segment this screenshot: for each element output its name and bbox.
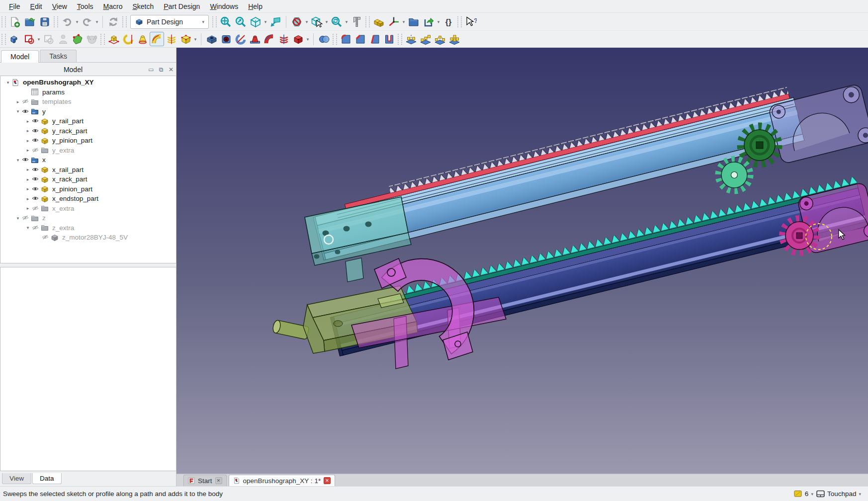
eye-icon[interactable] [31, 137, 41, 144]
eye-slash-icon[interactable] [41, 234, 51, 241]
menu-edit[interactable]: Edit [25, 1, 47, 12]
expander-closed-icon[interactable]: ▸ [24, 128, 31, 133]
align-to-view-button[interactable] [268, 14, 283, 29]
menu-part-design[interactable]: Part Design [159, 1, 205, 12]
expander-closed-icon[interactable]: ▸ [24, 138, 31, 143]
tree-item-y-extra[interactable]: ▸ y_extra [0, 146, 176, 156]
expander-closed-icon[interactable]: ▸ [24, 196, 31, 201]
eye-slash-icon[interactable] [21, 98, 31, 105]
additive-pipe-button[interactable] [150, 32, 164, 46]
chamfer-button[interactable] [353, 32, 367, 46]
menu-file[interactable]: File [4, 1, 25, 12]
eye-slash-icon[interactable] [31, 205, 41, 212]
tab-view[interactable]: View [2, 473, 31, 484]
toolbar-grip[interactable] [457, 16, 462, 27]
tree-item-params[interactable]: params [0, 87, 176, 97]
close-tab-icon[interactable]: ✕ [324, 477, 331, 484]
expander-closed-icon[interactable]: ▸ [24, 177, 31, 182]
fit-all-button[interactable] [218, 14, 233, 29]
group-button[interactable] [406, 14, 421, 29]
draw-style-dropdown[interactable]: ▾ [304, 19, 309, 24]
expander-closed-icon[interactable]: ▸ [24, 186, 31, 191]
eye-icon[interactable] [31, 117, 41, 125]
close-tab-icon[interactable]: ✕ [215, 477, 222, 484]
additive-loft-button[interactable] [135, 32, 150, 46]
fillet-button[interactable] [339, 32, 353, 46]
groove-button[interactable] [233, 32, 248, 46]
tree-item-x-endstop[interactable]: ▸ x_endstop_part [0, 194, 176, 204]
undo-dropdown[interactable]: ▾ [75, 19, 80, 24]
expander-open-icon[interactable]: ▾ [24, 225, 31, 230]
eye-icon[interactable] [21, 156, 31, 164]
property-panel[interactable] [0, 267, 176, 471]
tree-item-x[interactable]: ▾ x [0, 155, 176, 165]
save-document-button[interactable] [37, 14, 52, 29]
axonometric-view-button[interactable] [248, 14, 263, 29]
leave-sketch-button[interactable] [56, 32, 70, 46]
measure-button[interactable] [349, 14, 364, 29]
placement-button[interactable] [386, 14, 401, 29]
redo-dropdown[interactable]: ▾ [94, 19, 99, 24]
additive-primitive-button[interactable] [178, 32, 193, 46]
eye-icon[interactable] [31, 175, 41, 183]
export-button[interactable] [421, 14, 436, 29]
additive-primitive-dropdown[interactable]: ▾ [193, 37, 198, 42]
open-document-button[interactable] [22, 14, 37, 29]
draw-style-button[interactable] [289, 14, 304, 29]
tree-item-z[interactable]: ▾ z [0, 213, 176, 223]
whats-this-button[interactable]: ? [463, 14, 478, 29]
expander-closed-icon[interactable]: ▸ [24, 119, 31, 124]
map-sketch-button[interactable] [85, 32, 99, 46]
workbench-selector[interactable]: Part Design ▾ [130, 15, 209, 29]
tree-item-x-extra[interactable]: ▸ x_extra [0, 204, 176, 214]
create-sketch-button[interactable] [22, 32, 36, 46]
tree-item-templates[interactable]: ▸ templates [0, 97, 176, 107]
toolbar-grip[interactable] [398, 34, 402, 45]
pad-button[interactable] [106, 32, 121, 46]
tree-item-y[interactable]: ▾ y [0, 107, 176, 117]
toolbar-grip[interactable] [1, 16, 6, 27]
subtractive-loft-button[interactable] [248, 32, 262, 46]
edit-sketch-button[interactable] [41, 32, 56, 46]
3d-viewport[interactable] [176, 48, 868, 474]
export-dropdown[interactable]: ▾ [436, 19, 441, 24]
multitransform-button[interactable] [447, 32, 461, 46]
decimals-indicator[interactable]: 6 ▾ [794, 490, 813, 498]
new-document-button[interactable] [7, 14, 22, 29]
mirrored-button[interactable] [404, 32, 418, 46]
subtractive-primitive-dropdown[interactable]: ▾ [305, 37, 310, 42]
panel-float-icon[interactable]: ⧉ [156, 65, 166, 74]
redo-button[interactable] [80, 14, 94, 29]
eye-slash-icon[interactable] [31, 147, 41, 154]
tab-start-page[interactable]: Start ✕ [183, 475, 227, 486]
expression-button[interactable]: {} [441, 14, 456, 29]
panel-restore-icon[interactable]: ▭ [146, 65, 156, 74]
menu-windows[interactable]: Windows [205, 1, 243, 12]
tab-model[interactable]: Model [1, 50, 39, 63]
toolbar-grip[interactable] [212, 16, 217, 27]
eye-icon[interactable] [31, 166, 41, 173]
undo-button[interactable] [60, 14, 75, 29]
subtractive-helix-button[interactable] [276, 32, 291, 46]
panel-close-icon[interactable]: ✕ [166, 65, 176, 74]
menu-help[interactable]: Help [243, 1, 267, 12]
tab-tasks[interactable]: Tasks [40, 50, 77, 62]
polar-pattern-button[interactable] [433, 32, 447, 46]
tree-item-document[interactable]: ▾ openBrushograph_XY [0, 78, 176, 87]
hole-button[interactable] [219, 32, 233, 46]
pointer-mode-indicator[interactable]: Touchpad ▾ [816, 490, 861, 498]
refresh-button[interactable] [106, 14, 121, 29]
thickness-button[interactable] [382, 32, 396, 46]
additive-helix-button[interactable] [164, 32, 178, 46]
subtractive-pipe-button[interactable] [262, 32, 276, 46]
linear-pattern-button[interactable] [418, 32, 433, 46]
validate-sketch-button[interactable] [70, 32, 85, 46]
toolbar-grip[interactable] [100, 34, 105, 45]
zoom-refresh-dropdown[interactable]: ▾ [344, 19, 349, 24]
subtractive-primitive-button[interactable] [291, 32, 305, 46]
expander-closed-icon[interactable]: ▸ [24, 167, 31, 172]
menu-sketch[interactable]: Sketch [127, 1, 159, 12]
decimals-dropdown-arrow[interactable]: ▾ [811, 492, 813, 497]
expander-open-icon[interactable]: ▾ [14, 109, 21, 114]
menu-macro[interactable]: Macro [98, 1, 128, 12]
